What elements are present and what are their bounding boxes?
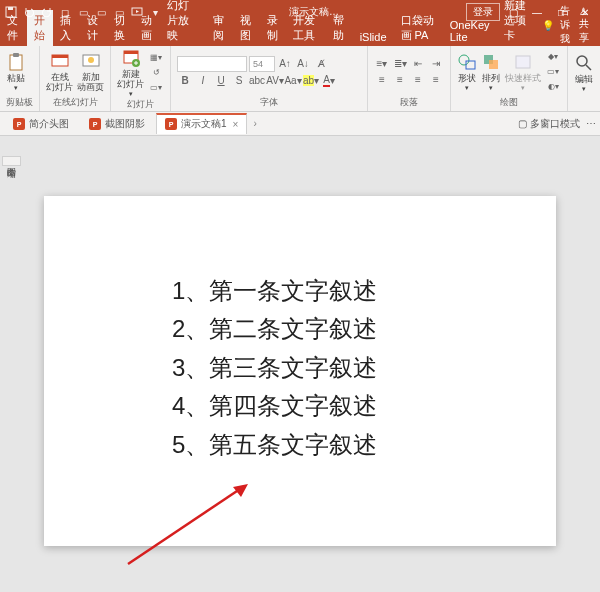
numbering-icon[interactable]: ≣▾ (392, 57, 408, 71)
align-left-icon[interactable]: ≡ (374, 73, 390, 87)
svg-point-8 (88, 57, 94, 63)
group-clipboard: 粘贴▾ 剪贴板 (0, 46, 40, 111)
qat-icon-4[interactable]: ◻ (58, 5, 72, 19)
shape-fill-icon[interactable]: ◆▾ (545, 50, 561, 64)
svg-point-12 (459, 55, 469, 65)
new-anim-page-button[interactable]: 新加 动画页 (77, 51, 104, 93)
doctab-1[interactable]: P 简介头图 (4, 113, 78, 134)
font-color-icon[interactable]: A▾ (321, 74, 337, 88)
undo-icon[interactable] (22, 5, 36, 19)
tab-dev[interactable]: 开发工具 (286, 10, 325, 46)
section-icon[interactable]: ▭▾ (148, 81, 164, 95)
ribbon-tabs: 文件 开始 插入 设计 切换 动画 幻灯片放映 审阅 视图 录制 开发工具 帮助… (0, 24, 600, 46)
reset-icon[interactable]: ↺ (148, 66, 164, 80)
slide-text[interactable]: 1、第一条文字叙述 2、第二条文字叙述 3、第三条文字叙述 4、第四条文字叙述 … (172, 272, 377, 464)
annotation-arrow-icon (123, 479, 253, 569)
bold-icon[interactable]: B (177, 74, 193, 88)
indent-dec-icon[interactable]: ⇤ (410, 57, 426, 71)
shape-outline-icon[interactable]: ▭▾ (545, 65, 561, 79)
chevron-right-icon[interactable]: › (249, 118, 260, 129)
quick-access-toolbar: ◻ ▭ ▭ ▭ ▾ (4, 5, 162, 19)
tab-record[interactable]: 录制 (260, 10, 287, 46)
clear-format-icon[interactable]: A̸ (313, 57, 329, 71)
save-icon[interactable] (4, 5, 18, 19)
doctab-1-label: 简介头图 (29, 117, 69, 131)
svg-rect-16 (516, 56, 530, 68)
group-label-editing (574, 98, 594, 109)
svg-rect-10 (124, 51, 138, 54)
svg-point-17 (577, 56, 587, 66)
paste-button[interactable]: 粘贴▾ (6, 52, 26, 92)
indent-inc-icon[interactable]: ⇥ (428, 57, 444, 71)
tab-view[interactable]: 视图 (233, 10, 260, 46)
share-button[interactable]: ♙ 共享 (579, 6, 592, 45)
case-icon[interactable]: Aa▾ (285, 74, 301, 88)
svg-rect-4 (13, 53, 19, 57)
redo-icon[interactable] (40, 5, 54, 19)
ribbon: 粘贴▾ 剪贴板 在线 幻灯片 新加 动画页 在线幻灯片 新建 幻灯片▾ ▦▾ (0, 46, 600, 112)
slide-line-3: 3、第三条文字叙述 (172, 349, 377, 387)
shadow-icon[interactable]: abc (249, 74, 265, 88)
svg-rect-15 (489, 60, 498, 69)
justify-icon[interactable]: ≡ (428, 73, 444, 87)
group-label-slides: 幻灯片 (117, 97, 164, 111)
grow-font-icon[interactable]: A↑ (277, 57, 293, 71)
svg-rect-13 (466, 61, 475, 69)
strike-icon[interactable]: S (231, 74, 247, 88)
slide-line-4: 4、第四条文字叙述 (172, 387, 377, 425)
doctab-2-label: 截图阴影 (105, 117, 145, 131)
tab-newtab[interactable]: 新建选项卡 (497, 0, 543, 46)
qat-icon-6[interactable]: ▭ (94, 5, 108, 19)
slide-canvas[interactable]: 1、第一条文字叙述 2、第二条文字叙述 3、第三条文字叙述 4、第四条文字叙述 … (44, 196, 556, 546)
group-label-online: 在线幻灯片 (46, 95, 104, 109)
tab-islide[interactable]: iSlide (353, 28, 394, 46)
svg-marker-20 (233, 484, 248, 497)
online-slides-button[interactable]: 在线 幻灯片 (46, 51, 73, 93)
tab-koudai[interactable]: 口袋动画 PA (394, 10, 443, 46)
underline-icon[interactable]: U (213, 74, 229, 88)
close-tab-icon[interactable]: × (233, 119, 239, 130)
quick-styles-button[interactable]: 快速样式▾ (505, 52, 541, 92)
bullets-icon[interactable]: ≡▾ (374, 57, 390, 71)
slideshow-icon[interactable] (130, 5, 144, 19)
group-online-slides: 在线 幻灯片 新加 动画页 在线幻灯片 (40, 46, 111, 111)
align-right-icon[interactable]: ≡ (410, 73, 426, 87)
font-name-combo[interactable] (177, 56, 247, 72)
svg-line-18 (586, 65, 591, 70)
qat-dropdown-icon[interactable]: ▾ (148, 5, 162, 19)
document-tabs: P 简介头图 P 截图阴影 P 演示文稿1 × › ▢ 多窗口模式 ⋯ (0, 112, 600, 136)
doctab-3[interactable]: P 演示文稿1 × (156, 113, 247, 134)
spacing-icon[interactable]: AV▾ (267, 74, 283, 88)
qat-icon-5[interactable]: ▭ (76, 5, 90, 19)
slide-line-1: 1、第一条文字叙述 (172, 272, 377, 310)
highlight-icon[interactable]: ab▾ (303, 74, 319, 88)
group-font: 54 A↑ A↓ A̸ B I U S abc AV▾ Aa▾ ab▾ A▾ (171, 46, 368, 111)
multi-window-button[interactable]: ▢ 多窗口模式 (518, 117, 580, 131)
doctabs-more-icon[interactable]: ⋯ (586, 118, 596, 129)
thumbnails-tab[interactable]: 缩略图 (2, 156, 21, 166)
italic-icon[interactable]: I (195, 74, 211, 88)
align-center-icon[interactable]: ≡ (392, 73, 408, 87)
arrange-button[interactable]: 排列▾ (481, 52, 501, 92)
lightbulb-icon: 💡 (542, 20, 554, 31)
group-editing: 编辑▾ (568, 46, 600, 111)
group-label-clipboard: 剪贴板 (6, 95, 33, 109)
editing-button[interactable]: 编辑▾ (574, 53, 594, 93)
doctab-2[interactable]: P 截图阴影 (80, 113, 154, 134)
doctab-3-label: 演示文稿1 (181, 117, 227, 131)
group-label-drawing: 绘图 (457, 95, 561, 109)
shape-effects-icon[interactable]: ◐▾ (545, 80, 561, 94)
new-slide-button[interactable]: 新建 幻灯片▾ (117, 48, 144, 97)
layout-icon[interactable]: ▦▾ (148, 51, 164, 65)
tell-me[interactable]: 告诉我 (560, 4, 572, 46)
font-size-combo[interactable]: 54 (249, 56, 275, 72)
shapes-button[interactable]: 形状▾ (457, 52, 477, 92)
tab-onekey[interactable]: OneKey Lite (443, 16, 497, 46)
tab-slideshow[interactable]: 幻灯片放映 (160, 0, 206, 46)
slide-line-5: 5、第五条文字叙述 (172, 426, 377, 464)
powerpoint-icon: P (165, 118, 177, 130)
shrink-font-icon[interactable]: A↓ (295, 57, 311, 71)
tab-help[interactable]: 帮助 (326, 10, 353, 46)
tab-review[interactable]: 审阅 (206, 10, 233, 46)
qat-icon-7[interactable]: ▭ (112, 5, 126, 19)
